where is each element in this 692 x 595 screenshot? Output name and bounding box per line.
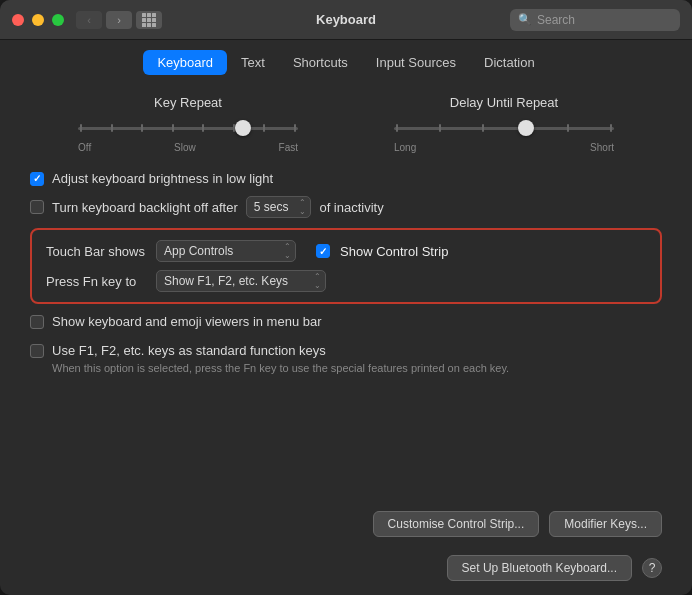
- key-repeat-sublabels: Off Slow Fast: [78, 142, 298, 153]
- sliders-row: Key Repeat Off Slow Fast: [30, 95, 662, 153]
- touch-bar-dropdown-arrow: [284, 243, 291, 260]
- bottom-buttons-row1: Customise Control Strip... Modifier Keys…: [30, 503, 662, 537]
- key-repeat-off-label: Off: [78, 142, 91, 153]
- delay-repeat-slider[interactable]: [394, 118, 614, 138]
- back-button[interactable]: ‹: [76, 11, 102, 29]
- delay-repeat-thumb[interactable]: [518, 120, 534, 136]
- touch-bar-section-label: Touch Bar shows: [46, 244, 146, 259]
- key-repeat-thumb[interactable]: [235, 120, 251, 136]
- fn-keys-section: Use F1, F2, etc. keys as standard functi…: [30, 343, 662, 374]
- customise-button[interactable]: Customise Control Strip...: [373, 511, 540, 537]
- tabs-bar: Keyboard Text Shortcuts Input Sources Di…: [0, 40, 692, 75]
- window-title: Keyboard: [316, 12, 376, 27]
- forward-button[interactable]: ›: [106, 11, 132, 29]
- delay-repeat-sublabels: Long Short: [394, 142, 614, 153]
- nav-buttons: ‹ ›: [76, 11, 132, 29]
- brightness-row: Adjust keyboard brightness in low light: [30, 171, 662, 186]
- show-control-strip-label: Show Control Strip: [340, 244, 448, 259]
- backlight-dropdown[interactable]: 5 secs: [246, 196, 312, 218]
- search-placeholder: Search: [537, 13, 575, 27]
- touch-bar-dropdown[interactable]: App Controls: [156, 240, 296, 262]
- backlight-dropdown-arrow: [299, 199, 306, 216]
- emoji-viewer-row: Show keyboard and emoji viewers in menu …: [30, 314, 662, 329]
- key-repeat-track: [78, 127, 298, 130]
- grid-icon: [142, 13, 156, 27]
- brightness-checkbox[interactable]: [30, 172, 44, 186]
- titlebar: ‹ › Keyboard 🔍 Search: [0, 0, 692, 40]
- key-repeat-label: Key Repeat: [154, 95, 222, 110]
- bottom-row: Set Up Bluetooth Keyboard... ?: [30, 547, 662, 585]
- traffic-lights: [12, 14, 64, 26]
- help-button[interactable]: ?: [642, 558, 662, 578]
- tab-keyboard[interactable]: Keyboard: [143, 50, 227, 75]
- fn-keys-row: Use F1, F2, etc. keys as standard functi…: [30, 343, 662, 358]
- tab-shortcuts[interactable]: Shortcuts: [279, 50, 362, 75]
- search-icon: 🔍: [518, 13, 532, 26]
- tab-input-sources[interactable]: Input Sources: [362, 50, 470, 75]
- fn-key-row: Press Fn key to Show F1, F2, etc. Keys: [46, 270, 646, 292]
- close-button[interactable]: [12, 14, 24, 26]
- brightness-label: Adjust keyboard brightness in low light: [52, 171, 273, 186]
- backlight-suffix: of inactivity: [319, 200, 383, 215]
- delay-repeat-short-label: Short: [590, 142, 614, 153]
- fn-key-dropdown-arrow: [314, 273, 321, 290]
- backlight-row: Turn keyboard backlight off after 5 secs…: [30, 196, 662, 218]
- emoji-viewer-checkbox[interactable]: [30, 315, 44, 329]
- delay-repeat-ticks: [394, 124, 614, 132]
- delay-repeat-label: Delay Until Repeat: [450, 95, 558, 110]
- touch-bar-section: Touch Bar shows App Controls Show Contro…: [30, 228, 662, 304]
- backlight-checkbox[interactable]: [30, 200, 44, 214]
- key-repeat-ticks: [78, 124, 298, 132]
- keyboard-window: ‹ › Keyboard 🔍 Search Keyboard Text Shor…: [0, 0, 692, 595]
- fn-key-label: Press Fn key to: [46, 274, 146, 289]
- tab-dictation[interactable]: Dictation: [470, 50, 549, 75]
- content-area: Key Repeat Off Slow Fast: [0, 75, 692, 595]
- fn-key-dropdown[interactable]: Show F1, F2, etc. Keys: [156, 270, 326, 292]
- key-repeat-slider[interactable]: [78, 118, 298, 138]
- backlight-label: Turn keyboard backlight off after: [52, 200, 238, 215]
- maximize-button[interactable]: [52, 14, 64, 26]
- touch-bar-shows-row: Touch Bar shows App Controls Show Contro…: [46, 240, 646, 262]
- minimize-button[interactable]: [32, 14, 44, 26]
- tab-text[interactable]: Text: [227, 50, 279, 75]
- grid-view-button[interactable]: [136, 11, 162, 29]
- key-repeat-slow-label: Slow: [174, 142, 196, 153]
- fn-keys-note: When this option is selected, press the …: [52, 362, 662, 374]
- delay-repeat-track: [394, 127, 614, 130]
- fn-keys-label: Use F1, F2, etc. keys as standard functi…: [52, 343, 326, 358]
- delay-repeat-long-label: Long: [394, 142, 416, 153]
- key-repeat-fast-label: Fast: [279, 142, 298, 153]
- bluetooth-keyboard-button[interactable]: Set Up Bluetooth Keyboard...: [447, 555, 632, 581]
- show-control-strip-checkbox[interactable]: [316, 244, 330, 258]
- emoji-viewer-label: Show keyboard and emoji viewers in menu …: [52, 314, 322, 329]
- delay-repeat-group: Delay Until Repeat Long Short: [394, 95, 614, 153]
- search-bar[interactable]: 🔍 Search: [510, 9, 680, 31]
- key-repeat-group: Key Repeat Off Slow Fast: [78, 95, 298, 153]
- fn-keys-checkbox[interactable]: [30, 344, 44, 358]
- modifier-keys-button[interactable]: Modifier Keys...: [549, 511, 662, 537]
